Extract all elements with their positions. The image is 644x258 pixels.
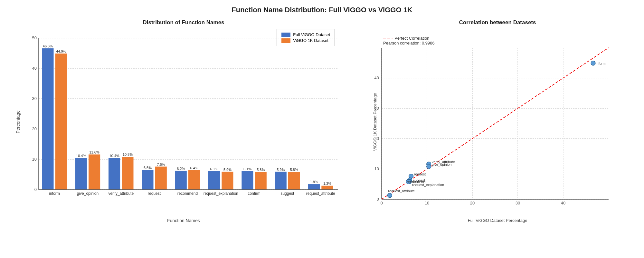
bar-chart-area: Percentage 0102030405046.6%44.9%inform10…	[23, 28, 345, 215]
main-title: Function Name Distribution: Full ViGGO v…	[0, 0, 644, 16]
svg-text:0: 0	[34, 187, 37, 192]
svg-text:1.3%: 1.3%	[323, 182, 331, 185]
svg-text:5.8%: 5.8%	[290, 168, 298, 172]
svg-text:5.8%: 5.8%	[257, 168, 265, 172]
svg-rect-19	[89, 154, 100, 190]
svg-point-83	[591, 61, 595, 65]
svg-text:give_opinion: give_opinion	[77, 191, 99, 196]
svg-rect-44	[255, 172, 267, 190]
svg-text:6.1%: 6.1%	[243, 167, 251, 171]
svg-text:30: 30	[32, 96, 37, 101]
svg-text:7.6%: 7.6%	[157, 163, 165, 166]
svg-text:recommend: recommend	[177, 191, 198, 196]
svg-text:request: request	[414, 172, 426, 176]
svg-text:Perfect Correlation: Perfect Correlation	[394, 36, 429, 41]
bar-chart-title: Distribution of Function Names	[23, 19, 345, 26]
svg-text:1.8%: 1.8%	[310, 180, 318, 184]
svg-rect-12	[42, 48, 53, 190]
svg-text:6.2%: 6.2%	[177, 167, 185, 171]
svg-rect-37	[208, 171, 220, 190]
svg-rect-39	[222, 172, 233, 190]
svg-rect-29	[155, 167, 167, 190]
svg-text:10.8%: 10.8%	[123, 153, 133, 156]
svg-text:request_attribute: request_attribute	[306, 191, 335, 196]
bar-y-axis-label: Percentage	[15, 110, 21, 134]
svg-text:50: 50	[32, 35, 37, 40]
svg-text:10.4%: 10.4%	[76, 154, 86, 158]
svg-rect-14	[55, 54, 67, 190]
svg-text:40: 40	[374, 75, 379, 80]
scatter-chart-title: Correlation between Datasets	[364, 19, 631, 26]
svg-text:10: 10	[425, 201, 429, 205]
svg-text:10: 10	[32, 157, 37, 162]
svg-point-87	[427, 164, 431, 169]
svg-text:5.9%: 5.9%	[223, 168, 232, 172]
svg-rect-24	[122, 157, 133, 190]
svg-text:verify_attribute: verify_attribute	[432, 160, 455, 164]
svg-rect-17	[75, 158, 87, 190]
svg-text:0: 0	[377, 197, 379, 202]
svg-rect-47	[275, 172, 287, 190]
svg-text:recommend: recommend	[407, 180, 425, 184]
scatter-chart-panel: Correlation between Datasets ViGGO 1K Da…	[354, 16, 644, 255]
scatter-y-axis-label: ViGGO 1K Dataset Percentage	[373, 93, 377, 151]
svg-text:40: 40	[561, 201, 565, 205]
svg-text:40: 40	[32, 66, 37, 71]
svg-line-79	[382, 48, 609, 199]
scatter-chart-svg: 010203040010203040Perfect CorrelationPea…	[364, 28, 631, 215]
svg-rect-52	[308, 184, 320, 190]
svg-rect-54	[321, 186, 333, 190]
svg-rect-34	[188, 170, 200, 190]
bar-chart-svg: 0102030405046.6%44.9%inform10.4%11.6%giv…	[23, 28, 345, 215]
svg-text:44.9%: 44.9%	[56, 49, 66, 53]
svg-text:request_explanation: request_explanation	[204, 191, 238, 196]
svg-text:10.4%: 10.4%	[109, 154, 119, 158]
svg-text:6.1%: 6.1%	[210, 167, 218, 171]
svg-rect-49	[288, 172, 300, 190]
scatter-chart-area: ViGGO 1K Dataset Percentage 010203040010…	[364, 28, 631, 215]
svg-text:verify_attribute: verify_attribute	[108, 191, 134, 196]
svg-text:0: 0	[380, 201, 383, 205]
svg-text:request_attribute: request_attribute	[388, 189, 415, 193]
svg-rect-22	[109, 158, 120, 190]
svg-text:Pearson correlation: 0.9986: Pearson correlation: 0.9986	[383, 41, 435, 45]
svg-text:inform: inform	[49, 191, 60, 196]
svg-text:11.6%: 11.6%	[89, 150, 99, 154]
scatter-x-axis-label: Full ViGGO Dataset Percentage	[364, 218, 631, 223]
svg-text:inform: inform	[596, 62, 606, 65]
svg-rect-27	[142, 170, 153, 190]
bar-x-axis-label: Function Names	[23, 218, 345, 223]
bar-chart-panel: Distribution of Function Names Full ViGG…	[0, 16, 354, 255]
svg-rect-42	[242, 171, 253, 190]
svg-text:10: 10	[374, 166, 379, 171]
svg-text:confirm: confirm	[248, 191, 260, 196]
svg-text:suggest: suggest	[280, 191, 294, 196]
svg-text:5.9%: 5.9%	[277, 168, 285, 172]
svg-text:6.5%: 6.5%	[144, 166, 152, 170]
svg-text:20: 20	[32, 126, 37, 131]
svg-text:6.4%: 6.4%	[190, 166, 198, 170]
svg-text:30: 30	[516, 201, 520, 205]
svg-rect-32	[175, 171, 187, 190]
svg-point-99	[387, 193, 392, 198]
svg-text:request: request	[148, 191, 161, 196]
svg-text:20: 20	[470, 201, 475, 205]
svg-text:46.6%: 46.6%	[43, 44, 53, 48]
